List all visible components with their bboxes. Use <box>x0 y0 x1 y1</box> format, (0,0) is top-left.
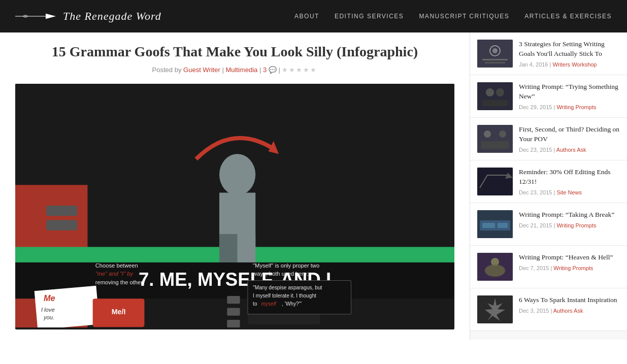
sidebar-item-heaven[interactable]: Writing Prompt: “Heaven & Hell” Dec 7, 2… <box>470 246 627 288</box>
sidebar-item-content-heaven: Writing Prompt: “Heaven & Hell” Dec 7, 2… <box>519 253 620 281</box>
article-meta: Posted by Guest Writer | Multimedia | 3 … <box>15 66 454 74</box>
sidebar-item-meta-reminder: Dec 23, 2015 | Site News <box>519 189 620 195</box>
sidebar-item-date-prompt1: Dec 29, 2015 <box>519 104 552 110</box>
sidebar-item-meta-prompt1: Dec 29, 2015 | Writing Prompts <box>519 104 620 110</box>
svg-text:I love: I love <box>41 307 55 313</box>
svg-text:ways, both used here:: ways, both used here: <box>252 271 308 277</box>
site-logo[interactable]: The Renegade Word <box>15 9 161 24</box>
sidebar-item-date-goals: Jan 4, 2016 <box>519 61 548 68</box>
svg-text:Me/I: Me/I <box>112 308 126 316</box>
main-content: 15 Grammar Goofs That Make You Look Sill… <box>0 32 470 340</box>
svg-text:removing the other: removing the other <box>95 279 143 285</box>
svg-rect-21 <box>227 296 240 304</box>
comment-count: 3 💬 <box>263 66 278 74</box>
svg-point-47 <box>484 130 491 138</box>
svg-text:Choose between: Choose between <box>95 263 138 269</box>
svg-text:to: to <box>253 302 257 307</box>
star-rating: ★★★★★ <box>282 66 317 74</box>
sidebar-item-cat-reminder[interactable]: Site News <box>556 189 582 195</box>
svg-point-48 <box>499 130 506 138</box>
sidebar-thumb-reminder <box>477 168 513 195</box>
posted-by-label: Posted by <box>152 66 182 74</box>
sidebar-item-cat-pov[interactable]: Authors Ask <box>556 147 586 153</box>
svg-rect-55 <box>498 223 508 228</box>
sidebar-item-meta-pov: Dec 23, 2015 | Authors Ask <box>519 147 620 153</box>
svg-rect-45 <box>482 100 508 106</box>
sidebar-item-cat-heaven[interactable]: Writing Prompts <box>553 265 593 271</box>
sidebar-item-cat-break[interactable]: Writing Prompts <box>556 222 596 228</box>
sidebar-thumb-prompt1 <box>477 82 513 110</box>
nav-articles[interactable]: ARTICLES & EXERCISES <box>524 13 612 20</box>
sidebar-item-pov[interactable]: First, Second, or Third? Deciding on You… <box>470 118 627 160</box>
svg-text:"me" and "I" by: "me" and "I" by <box>95 271 134 277</box>
sidebar-item-title-goals: 3 Strategies for Setting Writing Goals Y… <box>519 40 620 59</box>
sidebar-item-meta-goals: Jan 4, 2016 | Writers Workshop <box>519 61 620 68</box>
comment-link[interactable]: 3 💬 <box>263 66 277 74</box>
meta-sep2: | <box>259 66 263 74</box>
sidebar-thumb-goals <box>477 40 513 68</box>
sidebar-item-date-break: Dec 21, 2015 <box>519 222 552 228</box>
svg-rect-40 <box>482 59 508 60</box>
svg-text:myself: myself <box>261 302 277 307</box>
svg-rect-49 <box>481 141 509 149</box>
sidebar-item-meta-spark: Dec 3, 2015 | Authors Ask <box>519 308 620 314</box>
sidebar-item-title-pov: First, Second, or Third? Deciding on You… <box>519 125 620 144</box>
sidebar-item-prompt1[interactable]: Writing Prompt: “Trying Something New” D… <box>470 75 627 118</box>
sidebar-item-title-heaven: Writing Prompt: “Heaven & Hell” <box>519 253 620 262</box>
nav-editing[interactable]: EDITING SERVICES <box>335 13 404 20</box>
sidebar-item-title-prompt1: Writing Prompt: “Trying Something New” <box>519 82 620 102</box>
svg-point-58 <box>485 264 505 277</box>
sidebar-item-content-goals: 3 Strategies for Setting Writing Goals Y… <box>519 40 620 68</box>
sidebar-item-cat-goals[interactable]: Writers Workshop <box>552 61 597 68</box>
svg-text:"Myself" is only proper two: "Myself" is only proper two <box>253 263 319 269</box>
sidebar-thumb-pov <box>477 125 513 153</box>
article-image: 7. ME, MYSELF, AND I Me I love you. Me/I <box>15 84 454 329</box>
svg-rect-54 <box>482 223 495 228</box>
sidebar-item-content-pov: First, Second, or Third? Deciding on You… <box>519 125 620 153</box>
nav-critiques[interactable]: MANUSCRIPT CRITIQUES <box>419 13 509 20</box>
svg-rect-8 <box>219 234 238 265</box>
logo-icon <box>15 9 56 24</box>
sidebar-item-cat-spark[interactable]: Authors Ask <box>553 308 583 314</box>
sidebar-item-content-break: Writing Prompt: “Taking A Break” Dec 21,… <box>519 210 620 238</box>
svg-rect-9 <box>238 234 256 265</box>
sidebar-item-title-spark: 6 Ways To Spark Instant Inspiration <box>519 295 620 305</box>
sidebar-item-title-break: Writing Prompt: “Taking A Break” <box>519 210 620 220</box>
sidebar-item-reminder[interactable]: Reminder: 30% Off Editing Ends 12/31! De… <box>470 160 627 203</box>
sidebar-item-date-heaven: Dec 7, 2015 <box>519 265 549 271</box>
sidebar: 3 Strategies for Setting Writing Goals Y… <box>470 32 627 340</box>
sidebar-thumb-heaven <box>477 253 513 281</box>
sidebar-item-goals[interactable]: 3 Strategies for Setting Writing Goals Y… <box>470 32 627 75</box>
sidebar-thumb-spark <box>477 295 513 323</box>
sidebar-item-content-spark: 6 Ways To Spark Instant Inspiration Dec … <box>519 295 620 323</box>
nav-about[interactable]: ABOUT <box>294 13 319 20</box>
author-link[interactable]: Guest Writer <box>183 66 220 74</box>
svg-point-43 <box>486 88 494 96</box>
category-link[interactable]: Multimedia <box>225 66 257 74</box>
sidebar-item-date-pov: Dec 23, 2015 <box>519 147 552 153</box>
page-layout: 15 Grammar Goofs That Make You Look Sill… <box>0 32 627 340</box>
site-header: The Renegade Word ABOUT EDITING SERVICES… <box>0 0 627 32</box>
sidebar-item-spark[interactable]: 6 Ways To Spark Instant Inspiration Dec … <box>470 288 627 331</box>
svg-point-44 <box>496 88 504 96</box>
article-title: 15 Grammar Goofs That Make You Look Sill… <box>15 43 454 61</box>
sidebar-item-break[interactable]: Writing Prompt: “Taking A Break” Dec 21,… <box>470 203 627 246</box>
sidebar-item-meta-break: Dec 21, 2015 | Writing Prompts <box>519 222 620 228</box>
svg-text:, 'Why?'": , 'Why?'" <box>282 302 302 307</box>
svg-point-39 <box>492 48 498 53</box>
sidebar-item-cat-prompt1[interactable]: Writing Prompts <box>556 104 596 110</box>
main-nav: ABOUT EDITING SERVICES MANUSCRIPT CRITIQ… <box>294 13 612 20</box>
sidebar-item-date-reminder: Dec 23, 2015 <box>519 189 552 195</box>
svg-marker-1 <box>46 14 56 19</box>
sidebar-item-content-reminder: Reminder: 30% Off Editing Ends 12/31! De… <box>519 168 620 195</box>
svg-rect-13 <box>46 206 77 216</box>
svg-rect-50 <box>477 168 513 195</box>
svg-text:"Many despise asparagus, but: "Many despise asparagus, but <box>253 285 322 290</box>
svg-rect-22 <box>227 308 240 316</box>
sidebar-thumb-break <box>477 210 513 238</box>
svg-rect-14 <box>46 220 77 230</box>
svg-rect-23 <box>227 320 240 327</box>
sidebar-item-date-spark: Dec 3, 2015 <box>519 308 549 314</box>
svg-point-6 <box>219 154 255 195</box>
sidebar-item-meta-heaven: Dec 7, 2015 | Writing Prompts <box>519 265 620 271</box>
